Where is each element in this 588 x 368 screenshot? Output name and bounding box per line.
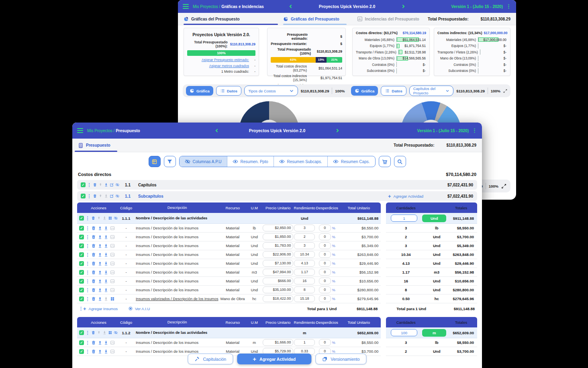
- checkbox-checked[interactable]: ✓: [79, 279, 84, 284]
- rendimiento-input[interactable]: 10.34: [294, 251, 315, 258]
- desperdicio-input[interactable]: 0: [319, 260, 331, 267]
- arrow-up-icon[interactable]: [98, 279, 102, 284]
- kebab-menu-icon[interactable]: ⋮: [79, 306, 83, 311]
- grid-icon[interactable]: [108, 216, 112, 221]
- arrow-down-icon[interactable]: [104, 194, 108, 198]
- kebab-menu-icon[interactable]: ⋮: [86, 243, 90, 248]
- insumo-row[interactable]: ✓ ⋮ - Insumos / Descripción de los ins: [77, 241, 381, 250]
- rendimiento-input[interactable]: 1.17: [294, 269, 315, 276]
- agregar-actividad-button[interactable]: + Agregar Actividad: [237, 354, 311, 364]
- resumen-subcaps-toggle[interactable]: Resumen Subcaps.: [274, 156, 328, 167]
- arrow-down-icon[interactable]: [104, 288, 108, 292]
- checkbox-checked[interactable]: ✓: [79, 330, 84, 335]
- rendimiento-input[interactable]: 16: [294, 278, 315, 284]
- image-icon[interactable]: [110, 261, 115, 266]
- datos-button[interactable]: Datos: [216, 86, 241, 96]
- capitulacion-button[interactable]: Capitulación: [188, 354, 233, 364]
- insumo-row[interactable]: ✓ ⋮ - Insumos / Descripción de los ins: [77, 250, 381, 259]
- menu-icon[interactable]: [183, 3, 189, 10]
- rendimiento-input[interactable]: 15.18: [294, 295, 315, 302]
- eye-slash-icon[interactable]: [115, 182, 120, 187]
- chevron-right-icon[interactable]: [401, 4, 405, 9]
- cart-button[interactable]: [379, 156, 391, 167]
- arrow-up-icon[interactable]: [98, 194, 103, 198]
- edit-icon[interactable]: [110, 194, 114, 198]
- versionamiento-button[interactable]: Versionamiento: [315, 354, 366, 364]
- desperdicio-input[interactable]: 0: [319, 225, 331, 231]
- arrow-down-icon[interactable]: [104, 243, 108, 248]
- arrow-up-icon[interactable]: [98, 252, 102, 257]
- desperdicio-input[interactable]: 0: [319, 269, 331, 276]
- trash-icon[interactable]: [93, 194, 97, 198]
- arrow-up-icon[interactable]: [98, 288, 102, 292]
- chevron-right-icon[interactable]: [335, 128, 339, 133]
- kebab-menu-icon[interactable]: ⋮: [86, 288, 90, 292]
- trash-icon[interactable]: [91, 243, 96, 248]
- trash-icon[interactable]: [91, 235, 96, 239]
- search-button[interactable]: [394, 156, 406, 167]
- insumo-row[interactable]: ✓ ⋮ - Insumos / Descripción de los insum…: [77, 338, 381, 347]
- trash-icon[interactable]: [91, 270, 96, 275]
- image-icon[interactable]: [110, 270, 115, 275]
- arrow-down-icon[interactable]: [104, 270, 108, 275]
- arrow-down-icon[interactable]: [104, 261, 108, 266]
- assign-link[interactable]: Asignar metros cuadrados: [187, 64, 249, 68]
- arrow-down-icon[interactable]: [104, 252, 108, 257]
- eye-slash-icon[interactable]: [115, 194, 120, 198]
- arrow-down-icon[interactable]: [104, 226, 108, 231]
- arrow-up-icon[interactable]: [98, 261, 102, 266]
- checkbox-checked[interactable]: ✓: [81, 182, 86, 187]
- arrow-up-icon[interactable]: [98, 349, 102, 354]
- assign-link[interactable]: 1 Metro cuadrado:: [187, 70, 249, 74]
- image-icon[interactable]: [110, 226, 115, 231]
- insumo-row[interactable]: ✓ ⋮ - Insumos / Descripción de los ins: [77, 233, 381, 241]
- trash-icon[interactable]: [91, 279, 96, 284]
- tab-presupuesto[interactable]: Presupuesto: [78, 143, 110, 148]
- grid-icon[interactable]: [108, 330, 112, 335]
- checkbox-checked[interactable]: ✓: [79, 243, 84, 248]
- kebab-menu-icon[interactable]: ⋮: [86, 270, 90, 275]
- precio-input[interactable]: $7,130.00: [263, 260, 293, 267]
- insumo-row[interactable]: ✓ ⋮ - Insumos valorizados / Descripció: [77, 294, 381, 303]
- agregar-insumos-link[interactable]: +Agregar Insumos: [83, 306, 118, 312]
- desperdicio-input[interactable]: 0: [319, 339, 331, 346]
- checkbox-checked[interactable]: ✓: [79, 270, 84, 275]
- precio-input[interactable]: $1,783.00: [263, 242, 293, 249]
- rendimiento-input[interactable]: 4.13: [294, 260, 315, 267]
- image-icon[interactable]: [110, 235, 115, 239]
- assign-link[interactable]: Asignar Presupuesto estimado:: [187, 58, 249, 62]
- desperdicio-input[interactable]: 0: [319, 251, 331, 258]
- kebab-menu-icon[interactable]: ⋮: [87, 182, 92, 187]
- expand-icon[interactable]: [503, 88, 507, 94]
- kebab-menu-icon[interactable]: ⋮: [87, 194, 92, 198]
- kebab-menu-icon[interactable]: ⋮: [86, 349, 90, 354]
- precio-input[interactable]: $35,100.00: [263, 286, 293, 293]
- arrow-up-icon[interactable]: [98, 270, 102, 275]
- precio-input[interactable]: $22,906.00: [263, 251, 293, 258]
- arrow-down-icon[interactable]: [102, 330, 107, 335]
- grid-view-button[interactable]: [149, 156, 161, 167]
- arrow-up-icon[interactable]: [97, 330, 101, 335]
- kebab-menu-icon[interactable]: ⋮: [86, 279, 90, 284]
- grid-icon[interactable]: [110, 296, 115, 301]
- ver-aiu-link[interactable]: Ver A.I.U: [128, 306, 150, 311]
- trash-icon[interactable]: [93, 182, 97, 187]
- chapter-row[interactable]: ✓ ⋮ 1.1 Capítulos $7,022,431.90: [77, 180, 477, 190]
- insumo-row[interactable]: ✓ ⋮ - Insumos / Descripción de los ins: [77, 286, 381, 294]
- image-icon[interactable]: [110, 288, 115, 292]
- image-icon[interactable]: [110, 243, 115, 248]
- arrow-up-icon[interactable]: [97, 216, 101, 221]
- resumen-caps-toggle[interactable]: Resumen Caps.: [328, 156, 375, 167]
- rendimiento-input[interactable]: 1: [294, 339, 315, 346]
- kebab-menu-icon[interactable]: ⋮: [86, 261, 90, 266]
- chevron-left-icon[interactable]: [215, 128, 219, 133]
- filter-button[interactable]: [164, 156, 176, 167]
- capitulos-del-proyecto-select[interactable]: Capítulos del Proyecto: [409, 86, 453, 96]
- quantity-input[interactable]: 100: [391, 329, 417, 336]
- arrow-down-icon[interactable]: [102, 216, 107, 221]
- grafica-button[interactable]: Gráfica: [186, 86, 213, 96]
- checkbox-checked[interactable]: ✓: [79, 252, 84, 257]
- arrow-up-icon[interactable]: [98, 182, 103, 187]
- checkbox-checked[interactable]: ✓: [79, 261, 84, 266]
- checkbox-checked[interactable]: ✓: [81, 194, 86, 198]
